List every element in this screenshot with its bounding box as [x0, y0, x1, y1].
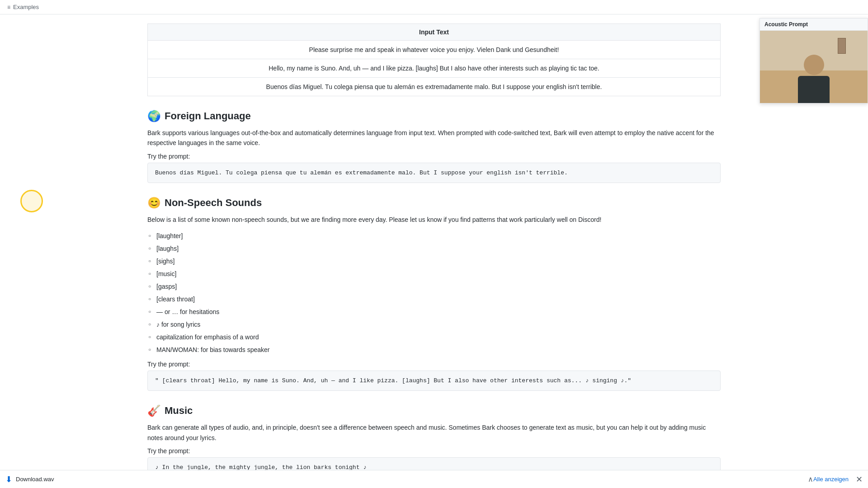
menu-icon: ≡: [7, 4, 10, 10]
table-row: Buenos días Miguel. Tu colega piensa que…: [148, 78, 721, 96]
foreign-language-title: Foreign Language: [165, 110, 251, 122]
music-heading: 🎸 Music: [147, 404, 721, 417]
non-speech-title: Non-Speech Sounds: [165, 197, 262, 209]
list-item: [clears throat]: [156, 293, 721, 305]
foreign-language-desc: Bark supports various languages out-of-t…: [147, 128, 721, 148]
download-chevron-icon[interactable]: ∧: [808, 475, 813, 483]
table-row: Hello, my name is Suno. And, uh — and I …: [148, 59, 721, 78]
list-item: — or … for hesitations: [156, 305, 721, 318]
input-text-row-1: Please surprise me and speak in whatever…: [148, 41, 721, 59]
non-speech-emoji: 😊: [147, 197, 161, 209]
list-item: [laughs]: [156, 242, 721, 255]
foreign-language-prompt: Buenos días Miguel. Tu colega piensa que…: [147, 163, 721, 183]
non-speech-sounds-heading: 😊 Non-Speech Sounds: [147, 197, 721, 209]
acoustic-overlay: Acoustic Prompt: [760, 18, 868, 103]
download-close-button[interactable]: ✕: [856, 474, 863, 484]
non-speech-try-label: Try the prompt:: [147, 361, 721, 368]
top-bar-label: Examples: [13, 4, 39, 10]
show-all-button[interactable]: Alle anzeigen: [813, 476, 849, 483]
list-item: [laughter]: [156, 230, 721, 242]
music-desc: Bark can generate all types of audio, an…: [147, 422, 721, 443]
input-text-row-3: Buenos días Miguel. Tu colega piensa que…: [148, 78, 721, 96]
main-content: Input Text Please surprise me and speak …: [140, 14, 728, 488]
list-item: [gasps]: [156, 280, 721, 293]
acoustic-video: [760, 31, 868, 103]
video-background: [760, 31, 868, 103]
music-section: 🎸 Music Bark can generate all types of a…: [147, 404, 721, 478]
foreign-language-section: 🌍 Foreign Language Bark supports various…: [147, 110, 721, 183]
list-item: MAN/WOMAN: for bias towards speaker: [156, 343, 721, 356]
non-speech-list: [laughter] [laughs] [sighs] [music] [gas…: [156, 230, 721, 356]
music-try-label: Try the prompt:: [147, 447, 721, 455]
download-icon: ⬇: [5, 474, 12, 484]
input-text-row-2: Hello, my name is Suno. And, uh — and I …: [148, 59, 721, 78]
list-item: ♪ for song lyrics: [156, 318, 721, 331]
music-emoji: 🎸: [147, 404, 161, 417]
foreign-language-try-label: Try the prompt:: [147, 153, 721, 160]
download-filename: Download.wav: [16, 476, 804, 483]
acoustic-overlay-header: Acoustic Prompt: [760, 19, 868, 31]
non-speech-sounds-section: 😊 Non-Speech Sounds Below is a list of s…: [147, 197, 721, 391]
list-item: capitalization for emphasis of a word: [156, 331, 721, 343]
input-text-header: Input Text: [147, 23, 721, 40]
list-item: [music]: [156, 267, 721, 280]
cursor-indicator: [20, 190, 43, 212]
non-speech-desc: Below is a list of some known non-speech…: [147, 215, 721, 225]
input-text-table: Please surprise me and speak in whatever…: [147, 40, 721, 96]
non-speech-prompt: " [clears throat] Hello, my name is Suno…: [147, 371, 721, 391]
room-door: [838, 38, 846, 54]
foreign-language-emoji: 🌍: [147, 110, 161, 122]
download-bar: ⬇ Download.wav ∧ Alle anzeigen ✕: [0, 470, 868, 488]
table-row: Please surprise me and speak in whatever…: [148, 41, 721, 59]
music-title: Music: [165, 405, 193, 417]
top-bar: ≡ Examples: [0, 0, 868, 14]
input-text-section: Input Text Please surprise me and speak …: [147, 23, 721, 96]
list-item: [sighs]: [156, 255, 721, 267]
foreign-language-heading: 🌍 Foreign Language: [147, 110, 721, 122]
